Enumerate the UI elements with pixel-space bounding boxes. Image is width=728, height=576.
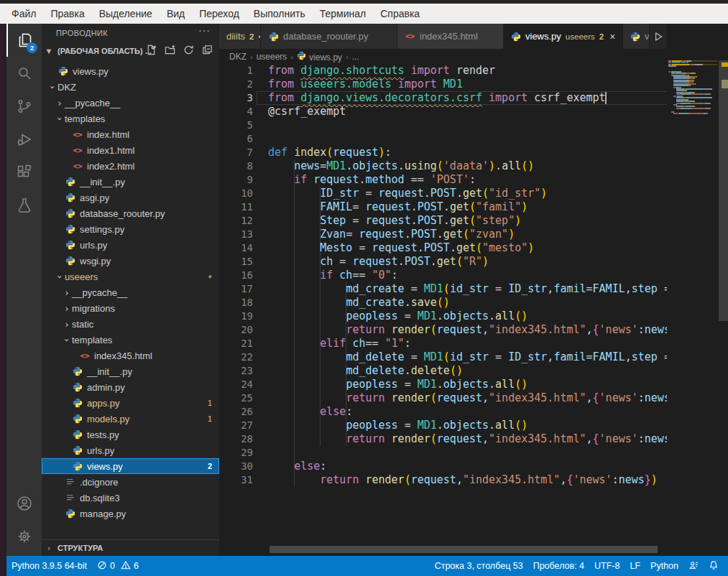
refresh-icon[interactable] bbox=[182, 43, 195, 56]
code-line-7: 7def index(request): bbox=[219, 146, 728, 159]
line-number: 24 bbox=[219, 378, 253, 391]
vertical-scrollbar[interactable] bbox=[719, 24, 728, 549]
menu-item-7[interactable]: Терминал bbox=[313, 4, 373, 24]
breadcrumb-item-useeers[interactable]: useeers bbox=[257, 52, 287, 62]
tree-item-index2.html[interactable]: <>index2.html bbox=[42, 158, 219, 174]
tree-item-label: static bbox=[72, 319, 93, 330]
tree-item-.dcignore[interactable]: .dcignore bbox=[42, 474, 219, 490]
vertical-scrollbar-thumb[interactable] bbox=[719, 60, 728, 321]
activity-search-button[interactable] bbox=[6, 57, 42, 90]
menu-item-5[interactable]: Переход bbox=[192, 4, 246, 24]
tree-item-__init__.py[interactable]: __init__.py bbox=[42, 174, 219, 190]
status-language-mode[interactable]: Python bbox=[645, 556, 683, 576]
code-line-content: if request.method == 'POST': bbox=[268, 173, 476, 187]
python-icon bbox=[65, 223, 76, 235]
breadcrumb-item-...[interactable]: ... bbox=[352, 52, 359, 62]
activity-run-debug-button[interactable] bbox=[6, 123, 42, 156]
tree-item-__pycache__[interactable]: ›__pycache__ bbox=[42, 95, 219, 111]
activity-testing-button[interactable] bbox=[6, 189, 42, 222]
tree-item-DKZ[interactable]: ›DKZ bbox=[42, 79, 219, 95]
line-number: 7 bbox=[219, 146, 253, 159]
new-folder-icon[interactable] bbox=[163, 43, 176, 56]
activity-account-button[interactable] bbox=[6, 487, 42, 520]
code-editor[interactable]: 1from django.shortcuts import render2fro… bbox=[219, 64, 728, 549]
activity-settings-button[interactable] bbox=[6, 520, 42, 553]
tab-vie[interactable]: vie bbox=[623, 24, 650, 49]
tree-item-asgi.py[interactable]: asgi.py bbox=[42, 190, 219, 205]
code-line-content: peopless = MD1.objects.all() bbox=[268, 419, 527, 432]
status-python-version[interactable]: Python 3.9.5 64-bit bbox=[6, 556, 92, 576]
status-notifications[interactable] bbox=[704, 556, 724, 576]
breadcrumb[interactable]: DKZ›useeers›views.py›... bbox=[219, 49, 728, 64]
line-number: 2 bbox=[219, 78, 253, 91]
tree-item-views.py[interactable]: views.py2 bbox=[42, 458, 219, 474]
tree-item-database_roouter.py[interactable]: database_roouter.py bbox=[42, 205, 219, 221]
status-cursor-position[interactable]: Строка 3, столбец 53 bbox=[430, 556, 528, 576]
close-icon[interactable]: × bbox=[609, 31, 615, 42]
code-line-content: Zvan= request.POST.get("zvan") bbox=[268, 228, 515, 241]
tree-item-manage.py[interactable]: manage.py bbox=[42, 506, 219, 521]
tree-item-apps.py[interactable]: apps.py1 bbox=[42, 395, 219, 411]
python-icon bbox=[65, 239, 76, 251]
minimap[interactable] bbox=[667, 24, 719, 549]
menu-item-4[interactable]: Вид bbox=[160, 4, 192, 24]
code-line-content: if ch== "0": bbox=[268, 269, 398, 282]
line-number: 5 bbox=[219, 119, 253, 132]
tree-item-wsgi.py[interactable]: wsgi.py bbox=[42, 253, 219, 269]
code-line-28: 28 return render(request,"index345.html"… bbox=[219, 432, 728, 446]
tree-item-urls.py[interactable]: urls.py bbox=[42, 237, 219, 253]
activity-source-control-button[interactable] bbox=[6, 90, 42, 123]
tree-item-views.py[interactable]: views.py bbox=[42, 63, 219, 79]
tree-item-__pycache__[interactable]: ›__pycache__ bbox=[42, 284, 219, 300]
breadcrumb-item-DKZ[interactable]: DKZ bbox=[229, 52, 246, 62]
run-button[interactable] bbox=[650, 29, 666, 45]
problems-badge: 1 bbox=[208, 399, 212, 407]
status-problems[interactable]: 06 bbox=[92, 556, 144, 576]
tab-views.py[interactable]: views.pyuseeers2× bbox=[504, 24, 623, 49]
tree-item-templates[interactable]: ›templates bbox=[42, 111, 219, 126]
status-eol[interactable]: LF bbox=[625, 556, 645, 576]
breadcrumb-item-views.py[interactable]: views.py bbox=[297, 51, 342, 62]
status-indentation[interactable]: Пробелов: 4 bbox=[528, 556, 589, 576]
tab-database_roouter.py[interactable]: database_roouter.py bbox=[261, 24, 397, 49]
menu-item-3[interactable]: Выделение bbox=[92, 4, 160, 24]
explorer-more-actions[interactable]: ··· bbox=[198, 24, 211, 36]
tree-item-static[interactable]: ›static bbox=[42, 316, 219, 332]
python-icon bbox=[72, 366, 83, 377]
menu-item-6[interactable]: Выполнить bbox=[246, 4, 313, 24]
explorer-title: ПРОВОДНИК bbox=[42, 29, 108, 37]
tab-index345.html[interactable]: <>index345.html bbox=[397, 24, 504, 49]
tree-item-label: templates bbox=[65, 113, 105, 124]
tree-item-__init__.py[interactable]: __init__.py bbox=[42, 363, 219, 379]
activity-extensions-button[interactable] bbox=[6, 156, 42, 189]
horizontal-scrollbar-thumb[interactable] bbox=[269, 546, 658, 553]
tree-item-index1.html[interactable]: <>index1.html bbox=[42, 142, 219, 158]
explorer-sidebar: ПРОВОДНИК ··· ▼ (РАБОЧАЯ ОБЛАСТЬ) ... vi… bbox=[42, 24, 219, 556]
outline-section-header[interactable]: › СТРУКТУРА bbox=[42, 539, 219, 556]
line-number: 22 bbox=[219, 350, 253, 364]
status-feedback[interactable] bbox=[683, 556, 704, 576]
tree-item-settings.py[interactable]: settings.py bbox=[42, 221, 219, 237]
tree-item-urls.py[interactable]: urls.py bbox=[42, 442, 219, 458]
menu-item-1[interactable]: Файл bbox=[4, 4, 43, 24]
code-line-content: md_delete.delete() bbox=[268, 364, 463, 378]
tab-diiits[interactable]: diiits2● bbox=[219, 24, 261, 49]
tree-item-models.py[interactable]: models.py1 bbox=[42, 411, 219, 427]
menu-item-8[interactable]: Справка bbox=[373, 4, 427, 24]
collapse-all-icon[interactable] bbox=[201, 43, 213, 56]
breadcrumb-separator: › bbox=[346, 52, 349, 61]
activity-explorer-button[interactable]: 2 bbox=[6, 24, 42, 57]
menu-item-2[interactable]: Правка bbox=[43, 4, 91, 24]
tree-item-useeers[interactable]: ›useeers● bbox=[42, 269, 219, 284]
tree-item-migrations[interactable]: ›migrations bbox=[42, 300, 219, 316]
tree-item-index.html[interactable]: <>index.html bbox=[42, 126, 219, 142]
tree-item-tests.py[interactable]: tests.py bbox=[42, 427, 219, 442]
tab-bar: diiits2●database_roouter.py<>index345.ht… bbox=[219, 24, 728, 49]
tree-item-db.sqlite3[interactable]: db.sqlite3 bbox=[42, 490, 219, 506]
tree-item-index345.html[interactable]: <>index345.html bbox=[42, 348, 219, 363]
new-file-icon[interactable] bbox=[144, 43, 157, 56]
tree-item-admin.py[interactable]: admin.py bbox=[42, 379, 219, 395]
tree-item-templates[interactable]: ›templates bbox=[42, 332, 219, 348]
status-encoding[interactable]: UTF-8 bbox=[589, 556, 625, 576]
code-line-content: peopless = MD1.objects.all() bbox=[268, 310, 527, 323]
